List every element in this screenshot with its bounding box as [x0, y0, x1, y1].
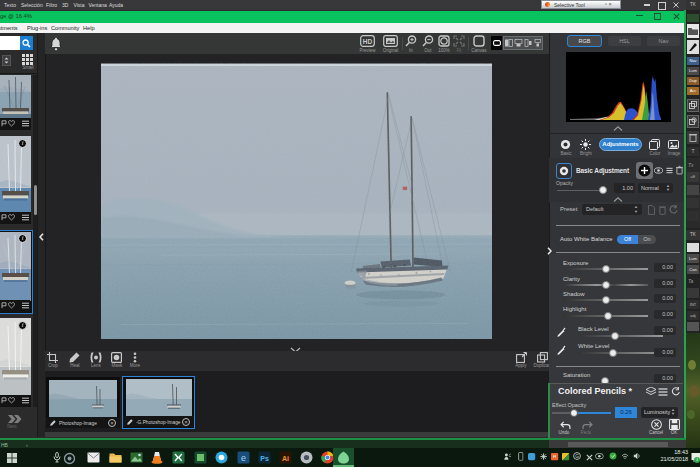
svg-text:Ps: Ps: [260, 455, 269, 462]
svg-text:G: G: [575, 454, 579, 459]
svg-text:HD: HD: [363, 38, 373, 45]
svg-text:e: e: [241, 453, 246, 463]
svg-text:Ai: Ai: [282, 455, 289, 462]
